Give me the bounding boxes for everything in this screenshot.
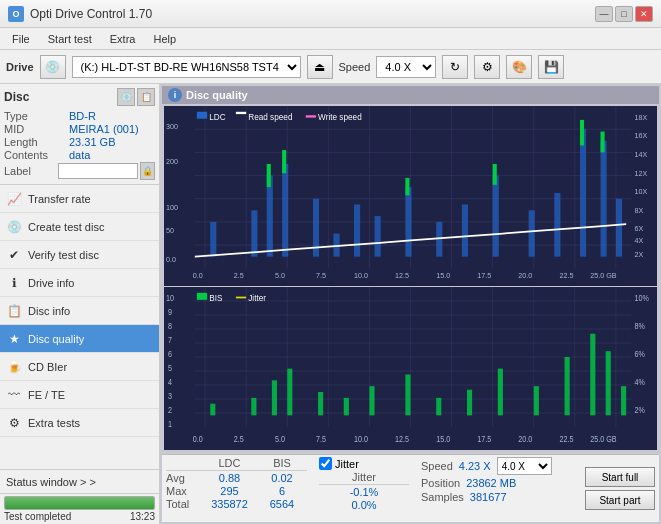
svg-rect-28	[462, 205, 468, 257]
nav-disc-quality[interactable]: ★ Disc quality	[0, 325, 159, 353]
speed-label: Speed	[339, 61, 371, 73]
cd-bier-icon: 🍺	[6, 359, 22, 375]
stats-ldc-max: 295	[202, 485, 257, 497]
nav-drive-info[interactable]: ℹ Drive info	[0, 269, 159, 297]
sidebar: Disc 💿 📋 Type BD-R MID MEIRA1 (001) Leng…	[0, 84, 160, 524]
svg-text:7.5: 7.5	[316, 434, 326, 444]
nav-disc-info[interactable]: 📋 Disc info	[0, 297, 159, 325]
svg-text:17.5: 17.5	[477, 434, 491, 444]
menu-file[interactable]: File	[4, 31, 38, 47]
stats-bis-total: 6564	[257, 498, 307, 510]
settings-button[interactable]: ⚙	[474, 55, 500, 79]
save-button[interactable]: 💾	[538, 55, 564, 79]
svg-rect-34	[616, 199, 622, 257]
label-save-btn[interactable]: 🔒	[140, 162, 155, 180]
nav-extra-tests[interactable]: ⚙ Extra tests	[0, 409, 159, 437]
disc-quality-icon: ★	[6, 331, 22, 347]
svg-rect-18	[210, 222, 216, 257]
nav-fe-te[interactable]: 〰 FE / TE	[0, 381, 159, 409]
svg-rect-105	[565, 357, 570, 415]
svg-rect-107	[606, 351, 611, 415]
app-icon: O	[8, 6, 24, 22]
svg-text:20.0: 20.0	[518, 434, 532, 444]
nav-cd-bier[interactable]: 🍺 CD BIer	[0, 353, 159, 381]
chart-bottom-svg: BIS Jitter 10 9 8 7 6 5 4 3 2 1	[164, 287, 657, 450]
svg-text:25.0 GB: 25.0 GB	[590, 434, 616, 444]
svg-rect-25	[375, 216, 381, 257]
label-input[interactable]	[58, 163, 138, 179]
stats-bis-header: BIS	[257, 457, 307, 469]
start-part-button[interactable]: Start part	[585, 490, 655, 510]
svg-rect-30	[529, 210, 535, 256]
svg-rect-43	[236, 112, 246, 114]
svg-text:Read speed: Read speed	[248, 111, 292, 122]
menu-extra[interactable]: Extra	[102, 31, 144, 47]
type-label: Type	[4, 110, 69, 122]
svg-rect-35	[267, 164, 271, 187]
svg-text:20.0: 20.0	[518, 270, 532, 280]
svg-rect-93	[210, 403, 215, 415]
nav-verify-test-disc[interactable]: ✔ Verify test disc	[0, 241, 159, 269]
stats-ldc-avg: 0.88	[202, 472, 257, 484]
stats-max-label: Max	[166, 485, 202, 497]
position-label: Position	[421, 477, 460, 489]
svg-rect-103	[498, 368, 503, 415]
drive-icon-btn[interactable]: 💿	[40, 55, 66, 79]
svg-text:14X: 14X	[634, 150, 647, 160]
close-button[interactable]: ✕	[635, 6, 653, 22]
speed-stat-val: 4.23 X	[459, 460, 491, 472]
nav-create-test-disc[interactable]: 💿 Create test disc	[0, 213, 159, 241]
status-window-btn[interactable]: Status window > >	[0, 470, 159, 494]
svg-text:200: 200	[166, 157, 178, 167]
nav-label-extra-tests: Extra tests	[28, 417, 80, 429]
jitter-label: Jitter	[335, 458, 359, 470]
progress-bar-outer	[4, 496, 155, 510]
svg-text:22.5: 22.5	[559, 270, 573, 280]
panel-title-bar: i Disc quality	[162, 86, 659, 104]
drive-select[interactable]: (K:) HL-DT-ST BD-RE WH16NS58 TST4	[72, 56, 301, 78]
svg-rect-98	[344, 398, 349, 415]
speed-stat-dropdown[interactable]: 4.0 X	[497, 457, 552, 475]
svg-text:6X: 6X	[634, 224, 643, 234]
svg-text:10X: 10X	[634, 187, 647, 197]
maximize-button[interactable]: □	[615, 6, 633, 22]
refresh-button[interactable]: ↻	[442, 55, 468, 79]
extra-tests-icon: ⚙	[6, 415, 22, 431]
svg-text:10%: 10%	[634, 293, 649, 303]
disc-icon-2[interactable]: 📋	[137, 88, 155, 106]
disc-icon-1[interactable]: 💿	[117, 88, 135, 106]
svg-rect-21	[282, 164, 288, 257]
svg-text:7.5: 7.5	[316, 270, 326, 280]
stats-avg-label: Avg	[166, 472, 202, 484]
start-full-button[interactable]: Start full	[585, 467, 655, 487]
eject-button[interactable]: ⏏	[307, 55, 333, 79]
svg-text:25.0 GB: 25.0 GB	[590, 270, 616, 280]
svg-text:3: 3	[168, 391, 172, 401]
title-bar: O Opti Drive Control 1.70 — □ ✕	[0, 0, 661, 28]
svg-text:300: 300	[166, 122, 178, 132]
jitter-checkbox[interactable]	[319, 457, 332, 470]
stats-ldc-total: 335872	[202, 498, 257, 510]
position-val: 23862 MB	[466, 477, 516, 489]
menu-help[interactable]: Help	[145, 31, 184, 47]
samples-val: 381677	[470, 491, 507, 503]
nav-transfer-rate[interactable]: 📈 Transfer rate	[0, 185, 159, 213]
svg-text:7: 7	[168, 335, 172, 345]
menu-start-test[interactable]: Start test	[40, 31, 100, 47]
svg-rect-39	[580, 120, 584, 146]
speed-select[interactable]: 4.0 X	[376, 56, 436, 78]
status-time: 13:23	[130, 511, 155, 522]
svg-text:5.0: 5.0	[275, 434, 285, 444]
svg-text:2: 2	[168, 405, 172, 415]
svg-rect-94	[251, 398, 256, 415]
disc-panel: Disc 💿 📋 Type BD-R MID MEIRA1 (001) Leng…	[0, 84, 159, 185]
svg-rect-102	[467, 389, 472, 415]
stats-total-label: Total	[166, 498, 202, 510]
drive-label: Drive	[6, 61, 34, 73]
main-layout: Disc 💿 📋 Type BD-R MID MEIRA1 (001) Leng…	[0, 84, 661, 524]
minimize-button[interactable]: —	[595, 6, 613, 22]
color-button[interactable]: 🎨	[506, 55, 532, 79]
svg-text:4%: 4%	[634, 377, 645, 387]
svg-text:8: 8	[168, 321, 172, 331]
svg-rect-95	[272, 380, 277, 415]
